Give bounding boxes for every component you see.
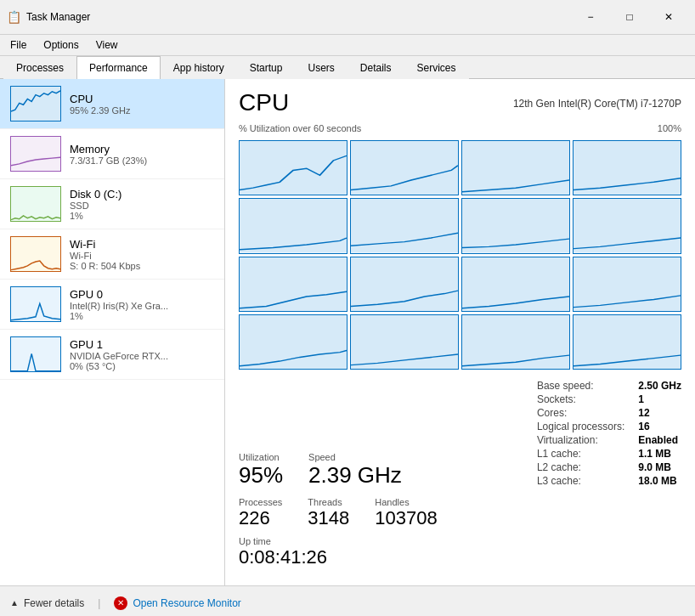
sidebar-item-disk[interactable]: Disk 0 (C:) SSD 1%: [0, 179, 224, 229]
tab-services[interactable]: Services: [404, 56, 469, 79]
threads-value: 3148: [308, 507, 349, 529]
sockets-label: Sockets:: [537, 393, 576, 405]
speed-stat-label: Speed: [308, 452, 402, 462]
maximize-button[interactable]: □: [610, 5, 649, 29]
svg-rect-8: [462, 141, 569, 195]
tab-processes[interactable]: Processes: [3, 56, 76, 79]
svg-rect-2: [11, 187, 60, 222]
menu-file[interactable]: File: [3, 37, 33, 54]
memory-thumbnail: [10, 136, 61, 172]
threads-label: Threads: [308, 497, 349, 507]
open-rm-label: Open Resource Monitor: [133, 597, 240, 609]
wifi-name: Wi-Fi: [70, 251, 214, 261]
open-resource-monitor-button[interactable]: ✕ Open Resource Monitor: [114, 596, 240, 610]
processes-group: Processes 226: [239, 497, 282, 529]
fewer-details-button[interactable]: ▲ Fewer details: [10, 597, 84, 609]
cpu-core-11: [573, 257, 681, 312]
svg-rect-15: [351, 257, 458, 311]
tab-bar: Processes Performance App history Startu…: [0, 56, 695, 79]
resource-monitor-icon: ✕: [114, 596, 127, 610]
detail-header: CPU 12th Gen Intel(R) Core(TM) i7-1270P: [239, 89, 681, 116]
footer-separator: |: [98, 597, 100, 609]
processes-value: 226: [239, 507, 282, 529]
handles-value: 103708: [375, 507, 437, 529]
sidebar-item-memory[interactable]: Memory 7.3/31.7 GB (23%): [0, 129, 224, 179]
tab-performance[interactable]: Performance: [76, 56, 161, 79]
utilization-stat-label: Utilization: [239, 452, 283, 462]
base-speed-label: Base speed:: [537, 380, 594, 392]
menu-options[interactable]: Options: [37, 37, 85, 54]
cpu-core-7: [573, 198, 681, 253]
processes-label: Processes: [239, 497, 282, 507]
l3-label: L3 cache:: [537, 475, 581, 487]
minimize-button[interactable]: −: [571, 5, 610, 29]
cpu-usage: 95% 2.39 GHz: [70, 105, 214, 116]
sockets-row: Sockets:: [537, 393, 624, 405]
cpu-core-15: [573, 314, 681, 370]
title-bar: 📋 Task Manager − □ ✕: [0, 0, 695, 35]
disk-thumbnail: [10, 186, 61, 222]
cores-row: Cores:: [537, 407, 624, 419]
meta-values: 2.50 GHz 1 12 16 Enabled: [638, 380, 681, 489]
gpu1-info: GPU 1 NVIDIA GeForce RTX... 0% (53 °C): [70, 338, 214, 371]
app-icon: 📋: [7, 10, 21, 24]
cpu-core-3: [573, 140, 681, 195]
svg-rect-13: [574, 199, 681, 252]
sidebar-item-wifi[interactable]: Wi-Fi Wi-Fi S: 0 R: 504 Kbps: [0, 229, 224, 280]
logical-label: Logical processors:: [537, 421, 624, 432]
tab-details[interactable]: Details: [348, 56, 404, 79]
wifi-info: Wi-Fi Wi-Fi S: 0 R: 504 Kbps: [70, 238, 214, 271]
tab-startup[interactable]: Startup: [237, 56, 296, 79]
disk-info: Disk 0 (C:) SSD 1%: [70, 188, 214, 221]
l2-row: L2 cache:: [537, 461, 624, 473]
svg-rect-14: [240, 257, 347, 311]
sidebar-item-gpu0[interactable]: GPU 0 Intel(R) Iris(R) Xe Gra... 1%: [0, 280, 224, 330]
svg-rect-7: [351, 141, 458, 195]
l2-value: 9.0 MB: [638, 461, 671, 473]
svg-rect-20: [462, 315, 569, 369]
l3-value: 18.0 MB: [638, 475, 676, 487]
svg-rect-3: [11, 237, 60, 272]
memory-label: Memory: [70, 143, 214, 155]
cores-label: Cores:: [537, 407, 567, 419]
cpu-core-8: [239, 257, 348, 312]
tab-app-history[interactable]: App history: [161, 56, 237, 79]
virt-row: Virtualization:: [537, 434, 624, 446]
gpu1-name: NVIDIA GeForce RTX...: [70, 351, 214, 361]
virt-value: Enabled: [638, 434, 678, 446]
gpu0-name: Intel(R) Iris(R) Xe Gra...: [70, 301, 214, 311]
svg-rect-1: [11, 137, 60, 172]
title-bar-left: 📋 Task Manager: [7, 10, 90, 24]
cpu-core-12: [239, 314, 348, 370]
cpu-thumbnail: [10, 86, 61, 122]
detail-title: CPU: [239, 89, 289, 116]
gpu0-info: GPU 0 Intel(R) Iris(R) Xe Gra... 1%: [70, 288, 214, 321]
logical-row: Logical processors:: [537, 421, 624, 432]
meta-section: Base speed: Sockets: Cores: Logical proc…: [537, 380, 681, 489]
svg-rect-19: [351, 315, 458, 369]
utilization-group: Utilization 95%: [239, 452, 283, 489]
wifi-speed: S: 0 R: 504 Kbps: [70, 261, 214, 271]
uptime-value: 0:08:41:26: [239, 546, 681, 568]
l2-label: L2 cache:: [537, 461, 581, 473]
sidebar: CPU 95% 2.39 GHz Memory 7.3/31.7 GB (23%…: [0, 79, 225, 585]
gpu0-usage: 1%: [70, 311, 214, 321]
sidebar-item-cpu[interactable]: CPU 95% 2.39 GHz: [0, 79, 224, 129]
memory-info: Memory 7.3/31.7 GB (23%): [70, 143, 214, 166]
l3-row: L3 cache:: [537, 475, 624, 487]
speed-group: Speed 2.39 GHz: [308, 452, 402, 489]
cpu-core-9: [350, 257, 459, 312]
menu-view[interactable]: View: [89, 37, 125, 54]
cpu-core-6: [461, 198, 570, 253]
sidebar-item-gpu1[interactable]: GPU 1 NVIDIA GeForce RTX... 0% (53 °C): [0, 330, 224, 380]
svg-rect-5: [11, 337, 60, 372]
virt-label: Virtualization:: [537, 434, 598, 446]
tab-users[interactable]: Users: [295, 56, 347, 79]
close-button[interactable]: ✕: [649, 5, 688, 29]
svg-rect-17: [574, 257, 681, 311]
cores-value: 12: [638, 407, 649, 419]
gpu1-label: GPU 1: [70, 338, 214, 351]
main-content: CPU 95% 2.39 GHz Memory 7.3/31.7 GB (23%…: [0, 79, 695, 585]
uptime-group: Up time 0:08:41:26: [239, 536, 681, 568]
meta-labels: Base speed: Sockets: Cores: Logical proc…: [537, 380, 624, 489]
